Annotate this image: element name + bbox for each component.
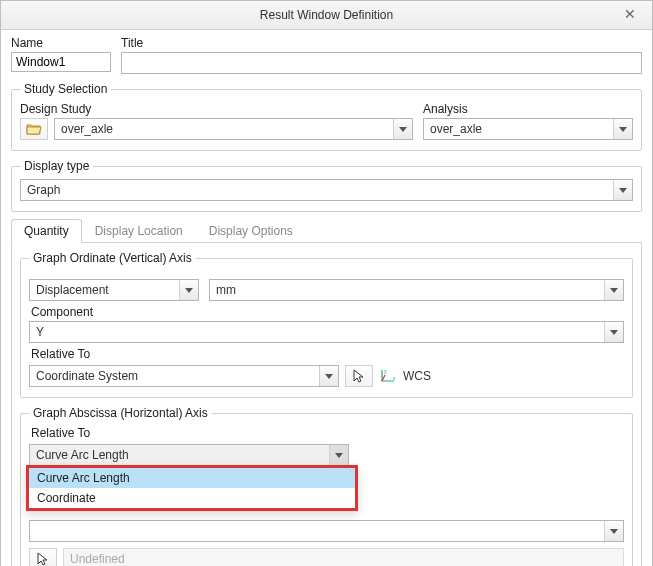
tab-display-location: Display Location — [82, 219, 196, 243]
chevron-down-icon — [604, 322, 623, 342]
ordinate-group: Graph Ordinate (Vertical) Axis Displacem… — [20, 251, 633, 398]
abscissa-relative-value: Curve Arc Length — [30, 448, 329, 462]
chevron-down-icon — [613, 119, 632, 139]
design-study-label: Design Study — [20, 102, 413, 116]
chevron-down-icon — [604, 521, 623, 541]
chevron-down-icon — [604, 280, 623, 300]
design-study-combo[interactable]: over_axle — [54, 118, 413, 140]
chevron-down-icon — [319, 366, 338, 386]
ordinate-quantity-combo[interactable]: Displacement — [29, 279, 199, 301]
dialog-window: Result Window Definition ✕ Name Title St… — [0, 0, 653, 566]
ordinate-unit-value: mm — [210, 283, 604, 297]
name-label: Name — [11, 36, 111, 50]
name-input[interactable] — [11, 52, 111, 72]
tab-display-options: Display Options — [196, 219, 306, 243]
component-label: Component — [31, 305, 624, 319]
chevron-down-icon — [179, 280, 198, 300]
window-title: Result Window Definition — [260, 8, 393, 22]
chevron-down-icon — [329, 445, 348, 465]
analysis-combo[interactable]: over_axle — [423, 118, 633, 140]
abscissa-legend: Graph Abscissa (Horizontal) Axis — [29, 406, 212, 420]
abscissa-group: Graph Abscissa (Horizontal) Axis Relativ… — [20, 406, 633, 566]
abscissa-relative-combo[interactable]: Curve Arc Length — [29, 444, 349, 466]
component-combo[interactable]: Y — [29, 321, 624, 343]
wcs-text: WCS — [403, 369, 431, 383]
title-label: Title — [121, 36, 642, 50]
ordinate-relative-value: Coordinate System — [30, 369, 319, 383]
close-button[interactable]: ✕ — [616, 1, 644, 29]
axes-icon: yx — [379, 368, 397, 384]
tab-bar: Quantity Display Location Display Option… — [11, 218, 642, 243]
selected-entity-readout: Undefined — [63, 548, 624, 566]
ordinate-relative-label: Relative To — [31, 347, 624, 361]
cursor-icon — [37, 552, 49, 566]
display-type-combo[interactable]: Graph — [20, 179, 633, 201]
undefined-text: Undefined — [70, 552, 125, 566]
analysis-label: Analysis — [423, 102, 633, 116]
cursor-icon — [353, 369, 365, 383]
ordinate-legend: Graph Ordinate (Vertical) Axis — [29, 251, 196, 265]
abscissa-relative-label: Relative To — [31, 426, 624, 440]
display-type-value: Graph — [21, 183, 613, 197]
titlebar: Result Window Definition ✕ — [1, 1, 652, 30]
design-study-value: over_axle — [55, 122, 393, 136]
dropdown-item-curve-arc-length[interactable]: Curve Arc Length — [29, 468, 355, 488]
display-type-group: Display type Graph — [11, 159, 642, 212]
abscissa-mid-combo[interactable] — [29, 520, 624, 542]
select-entity-button[interactable] — [29, 548, 57, 566]
folder-open-button[interactable] — [20, 118, 48, 140]
analysis-value: over_axle — [424, 122, 613, 136]
tab-panel-quantity: Graph Ordinate (Vertical) Axis Displacem… — [11, 243, 642, 566]
chevron-down-icon — [393, 119, 412, 139]
ordinate-quantity-value: Displacement — [30, 283, 179, 297]
svg-text:x: x — [393, 375, 396, 381]
svg-text:y: y — [384, 368, 387, 374]
tab-quantity[interactable]: Quantity — [11, 219, 82, 243]
title-input[interactable] — [121, 52, 642, 74]
ordinate-relative-combo[interactable]: Coordinate System — [29, 365, 339, 387]
select-coord-button[interactable] — [345, 365, 373, 387]
folder-icon — [26, 123, 42, 135]
abscissa-relative-dropdown: Curve Arc Length Coordinate — [26, 465, 358, 511]
component-value: Y — [30, 325, 604, 339]
chevron-down-icon — [613, 180, 632, 200]
dropdown-item-coordinate[interactable]: Coordinate — [29, 488, 355, 508]
study-selection-legend: Study Selection — [20, 82, 111, 96]
ordinate-unit-combo[interactable]: mm — [209, 279, 624, 301]
display-type-legend: Display type — [20, 159, 93, 173]
study-selection-group: Study Selection Design Study over_axle — [11, 82, 642, 151]
